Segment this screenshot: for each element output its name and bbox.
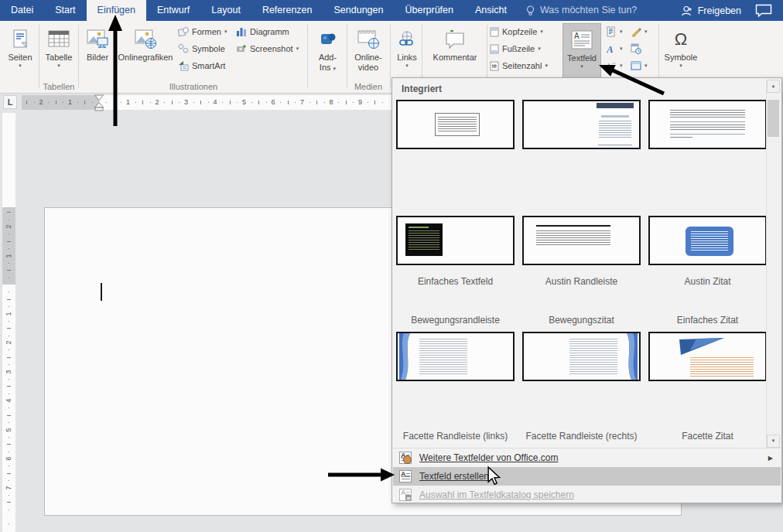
tab-referenzen[interactable]: Referenzen [251,0,323,21]
indent-markers[interactable] [94,94,104,111]
gallery-item-facette-randleiste-rechts[interactable] [522,332,641,381]
symbole-illustrations-label: Symbole [192,44,225,53]
gallery-scrollbar[interactable]: ▲ ▼ [766,80,780,448]
textfeld-label: Textfeld [567,53,597,63]
tell-me-box[interactable]: Was möchten Sie tun? [525,0,637,21]
kopfzeile-label: Kopfzeile [502,27,537,36]
fusszeile-icon [490,44,499,54]
tabelle-button[interactable]: Tabelle ▾ [42,23,76,90]
formen-button[interactable]: Formen ▾ [178,23,235,40]
gallery-item-austin-randleiste[interactable] [522,100,641,149]
chevron-down-icon: ▾ [19,63,22,69]
group-separator [347,25,347,88]
gallery-label: Austin Randleiste [522,276,641,287]
objekt-button[interactable]: ▾ [631,57,657,74]
scroll-down-button[interactable]: ▼ [767,435,780,448]
addins-label: Add-Ins ▾ [319,53,337,73]
illustrations-column-1: Formen ▾ Symbole SmartArt [178,23,235,74]
addins-button[interactable]: Add-Ins ▾ [309,23,346,90]
menu-item-auswahl-speichern[interactable]: A Auswahl im Textfeldkatalog speichern [393,486,781,504]
symbole-illustrations-button[interactable]: Symbole [178,40,235,57]
group-separator [390,25,391,88]
diagramm-button[interactable]: Diagramm [236,23,306,40]
smartart-button[interactable]: SmartArt [178,57,235,74]
onlinegrafiken-button[interactable]: Onlinegrafiken [115,23,176,90]
group-separator [78,25,79,88]
diagramm-label: Diagramm [250,27,289,36]
objekt-icon [631,60,641,71]
chevron-down-icon: ▾ [538,46,541,52]
seiten-button[interactable]: Seiten ▾ [3,23,37,90]
tabelle-label: Tabelle [46,53,73,63]
gallery-label: Austin Zitat [648,276,767,287]
bilder-button[interactable]: Bilder [80,23,115,90]
fusszeile-label: Fußzeile [502,44,535,53]
seitenzahl-icon [490,61,499,71]
ribbon-tab-bar: Datei Start Einfügen Entwurf Layout Refe… [0,0,783,21]
gallery-item-einfaches-zitat[interactable] [648,216,767,265]
chevron-down-icon: ▾ [645,29,648,35]
symbole-label: Symbole [665,53,698,63]
scroll-up-button[interactable]: ▲ [767,80,780,93]
gallery-item-bewegungszitat[interactable] [522,216,641,265]
menu-item-weitere-textfelder[interactable]: A Weitere Textfelder von Office.com ▶ [393,448,781,467]
group-separator [307,25,308,88]
wordart-button[interactable]: A ▾ [606,40,629,57]
lightbulb-icon [525,5,535,16]
feedback-comment-icon[interactable] [755,4,772,17]
chevron-down-icon: ▾ [296,46,299,52]
gallery-item-austin-zitat[interactable] [648,100,767,149]
screenshot-button[interactable]: Screenshot ▾ [236,40,306,57]
office-com-textbox-icon: A [399,452,412,464]
fusszeile-button[interactable]: Fußzeile ▾ [490,40,556,57]
kopfzeile-button[interactable]: Kopfzeile ▾ [490,23,556,40]
gallery-item-bewegungsrandleiste[interactable] [396,216,515,265]
kopfzeile-icon [490,27,499,37]
header-footer-column: Kopfzeile ▾ Fußzeile ▾ Seitenzahl ▾ [490,23,556,74]
formen-icon [178,26,189,37]
share-button[interactable]: Freigeben [681,5,741,16]
smartart-icon [178,60,189,71]
dropdown-menu: A Weitere Textfelder von Office.com ▶ A … [393,448,781,504]
tab-ueberpruefen[interactable]: Überprüfen [394,0,464,21]
datum-uhrzeit-button[interactable] [631,40,657,57]
chevron-down-icon: ▾ [540,29,543,35]
tab-stop-selector[interactable]: L [3,95,17,109]
formen-label: Formen [192,27,221,36]
tab-einfuegen[interactable]: Einfügen [87,0,146,21]
gallery-label: Bewegungszitat [522,315,641,326]
schnellbausteine-button[interactable]: ▾ [606,23,629,40]
tab-start[interactable]: Start [44,0,86,21]
scrollbar-thumb[interactable] [768,100,779,137]
horizontal-ruler[interactable]: 21123456789 [22,95,392,110]
tab-layout[interactable]: Layout [200,0,251,21]
gallery-item-einfaches-textfeld[interactable] [396,100,515,149]
tab-ansicht[interactable]: Ansicht [464,0,518,21]
links-icon [397,26,417,53]
gallery-label: Einfaches Zitat [648,315,767,326]
tab-sendungen[interactable]: Sendungen [323,0,395,21]
onlinegrafiken-icon [134,26,157,53]
seitenzahl-button[interactable]: Seitenzahl ▾ [490,57,556,74]
chevron-down-icon: ▾ [645,63,648,69]
vertical-ruler[interactable]: 211234567 [2,113,15,532]
menu-item-textfeld-erstellen[interactable]: A Textfeld erstellen [393,467,781,486]
links-label: Links [397,53,417,63]
initiale-icon: A [606,60,617,71]
tab-datei[interactable]: Datei [0,0,44,21]
auswahl-speichern-icon: A [399,489,412,501]
gallery-item-facette-randleiste-links[interactable] [396,332,515,381]
onlinegrafiken-label: Onlinegrafiken [118,53,173,63]
gallery-section-header: Integriert [402,84,442,94]
screenshot-label: Screenshot [250,44,293,53]
onlinevideo-button[interactable]: Online-video [348,23,388,90]
textfeld-erstellen-icon: A [399,470,412,483]
screenshot-icon [236,43,247,54]
wordart-icon: A [606,43,617,54]
initiale-button[interactable]: A ▾ [606,57,629,74]
omega-icon: Ω [675,26,687,53]
signaturzeile-button[interactable]: ▾ [631,23,657,40]
tab-entwurf[interactable]: Entwurf [146,0,200,21]
bilder-label: Bilder [87,53,108,63]
gallery-item-facette-zitat[interactable] [648,332,767,381]
